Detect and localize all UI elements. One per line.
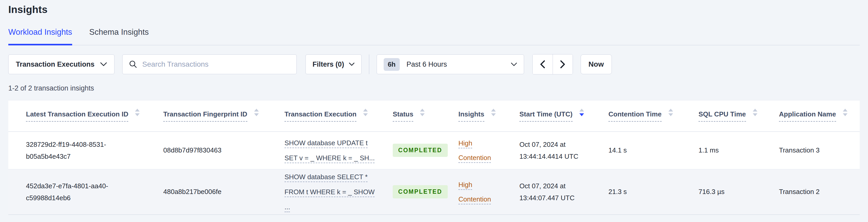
- sort-icon[interactable]: [843, 109, 847, 116]
- sort-icon[interactable]: [254, 109, 259, 116]
- insight-type-dropdown-label: Transaction Executions: [16, 60, 94, 68]
- start-time: Oct 07, 2024 at 13:44:14.4414 UTC: [519, 138, 578, 162]
- filters-button[interactable]: Filters (0): [306, 55, 362, 74]
- sort-icon[interactable]: [669, 109, 673, 116]
- chevron-left-icon: [539, 60, 546, 69]
- time-range-label: Past 6 Hours: [406, 60, 447, 68]
- column-header-sql-cpu-time[interactable]: SQL CPU Time: [699, 100, 779, 131]
- search-box[interactable]: [122, 55, 297, 74]
- filters-button-label: Filters (0): [312, 60, 344, 68]
- transaction-execution-link[interactable]: SHOW database UPDATE t SET v = _ WHERE k…: [284, 135, 375, 165]
- sort-icon[interactable]: [420, 109, 425, 116]
- insight-link[interactable]: High Contention: [458, 136, 500, 165]
- insight-type-dropdown[interactable]: Transaction Executions: [8, 55, 115, 74]
- application-name: Transaction 2: [779, 188, 820, 195]
- time-range-badge: 6h: [384, 58, 400, 71]
- time-prev-button[interactable]: [533, 55, 553, 74]
- search-icon: [129, 60, 137, 69]
- column-header-start-time[interactable]: Start Time (UTC): [519, 100, 609, 131]
- fingerprint-id: 08d8b7d97f830463: [163, 146, 221, 154]
- latest-execution-id: 328729d2-ff19-4408-8531- b05a5b4e43c7: [26, 138, 106, 162]
- application-name: Transaction 3: [779, 146, 820, 154]
- tab-schema-insights[interactable]: Schema Insights: [89, 28, 149, 45]
- insights-table-card: Latest Transaction Execution ID Transact…: [8, 100, 860, 215]
- latest-execution-id: 452da3e7-e7fa-4801-aa40- c59988d14eb6: [26, 180, 108, 204]
- tab-bar: Workload Insights Schema Insights: [8, 28, 860, 45]
- search-input[interactable]: [142, 60, 290, 68]
- chevron-right-icon: [560, 60, 566, 69]
- sort-icon-active-desc[interactable]: [579, 109, 584, 116]
- toolbar-divider: [369, 55, 369, 74]
- time-range-picker[interactable]: 6h Past 6 Hours: [377, 55, 524, 74]
- insights-table: Latest Transaction Execution ID Transact…: [8, 100, 860, 215]
- toolbar: Transaction Executions Filters (0) 6h Pa…: [8, 54, 860, 74]
- table-header-row: Latest Transaction Execution ID Transact…: [8, 100, 860, 131]
- start-time: Oct 07, 2024 at 13:44:07.447 UTC: [519, 180, 575, 204]
- insight-link[interactable]: High Contention: [458, 178, 500, 207]
- sql-cpu-time: 1.1 ms: [699, 146, 719, 154]
- insights-page: Insights Workload Insights Schema Insigh…: [0, 0, 868, 215]
- page-title: Insights: [8, 0, 860, 15]
- chevron-down-icon: [349, 63, 354, 66]
- table-row: 328729d2-ff19-4408-8531- b05a5b4e43c7 08…: [8, 131, 860, 169]
- contention-time: 14.1 s: [609, 146, 627, 154]
- transaction-execution-link[interactable]: SHOW database SELECT * FROM t WHERE k = …: [284, 169, 375, 215]
- sort-icon[interactable]: [135, 109, 140, 116]
- column-header-contention-time[interactable]: Contention Time: [609, 100, 699, 131]
- sort-icon[interactable]: [363, 109, 368, 116]
- results-summary: 1-2 of 2 transaction insights: [8, 84, 860, 92]
- status-badge: COMPLETED: [393, 185, 448, 198]
- now-button[interactable]: Now: [581, 55, 612, 74]
- chevron-down-icon: [100, 62, 107, 66]
- status-badge: COMPLETED: [393, 144, 448, 157]
- contention-time: 21.3 s: [609, 188, 627, 195]
- column-header-insights[interactable]: Insights: [458, 100, 519, 131]
- column-header-latest-execution-id[interactable]: Latest Transaction Execution ID: [8, 100, 163, 131]
- fingerprint-id: 480a8b217be006fe: [163, 188, 221, 195]
- column-header-transaction-execution[interactable]: Transaction Execution: [284, 100, 393, 131]
- time-nav-group: [532, 54, 573, 74]
- column-header-status[interactable]: Status: [393, 100, 458, 131]
- table-row: 452da3e7-e7fa-4801-aa40- c59988d14eb6 48…: [8, 169, 860, 215]
- column-header-fingerprint-id[interactable]: Transaction Fingerprint ID: [163, 100, 284, 131]
- chevron-down-icon: [511, 63, 517, 66]
- sort-icon[interactable]: [753, 109, 757, 116]
- time-next-button[interactable]: [553, 55, 572, 74]
- sql-cpu-time: 716.3 µs: [699, 188, 724, 195]
- sort-icon[interactable]: [491, 109, 496, 116]
- column-header-application-name[interactable]: Application Name: [779, 100, 860, 131]
- tab-workload-insights[interactable]: Workload Insights: [8, 28, 72, 45]
